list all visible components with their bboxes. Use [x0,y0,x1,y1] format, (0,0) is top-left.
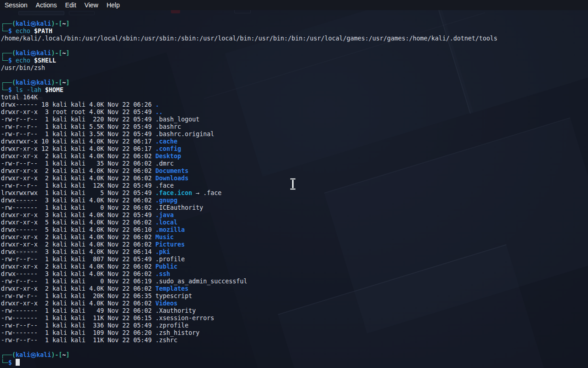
prompt-line: ┌──(kali㉿kali)-[~] [1,351,498,359]
ls-listing: drwx------ 18 kali kali 4.0K Nov 22 06:2… [1,101,498,344]
ls-row: drwx------ 5 kali kali 4.0K Nov 22 06:10… [1,226,498,234]
ls-row: -rw-r--r-- 1 kali kali 12K Nov 22 05:49 … [1,182,498,190]
ls-row: drwxr-xr-x 2 kali kali 4.0K Nov 22 06:02… [1,234,498,241]
ls-row: -rw-r--r-- 1 kali kali 11K Nov 22 05:49 … [1,337,498,344]
blank-line [1,344,498,351]
ibeam-stem [292,179,294,189]
menu-bar: SessionActionsEditViewHelp [0,0,588,10]
prompt-line: ┌──(kali㉿kali)-[~] [1,79,498,86]
terminal-output[interactable]: ┌──(kali㉿kali)-[~] └─$ echo $PATH /home/… [1,20,498,366]
ls-row: -rw------- 1 kali kali 109 Nov 22 06:20 … [1,329,498,337]
terminal-cursor [16,359,20,366]
ls-row: drwxr-xr-x 2 kali kali 4.0K Nov 22 06:02… [1,241,498,248]
ls-row: drwx------ 3 kali kali 4.0K Nov 22 06:02… [1,270,498,278]
menu-item[interactable]: Session [1,0,31,10]
ls-row: drwxr-xr-x 2 kali kali 4.0K Nov 22 06:02… [1,175,498,182]
menu-item[interactable]: Help [103,0,124,10]
ibeam-bottom [290,188,296,190]
ls-row: drwxrwxr-x 10 kali kali 4.0K Nov 22 06:1… [1,138,498,145]
command-line: └─$ echo $PATH [1,28,498,35]
output-line-total: total 164K [1,94,498,101]
ls-row: drwxr-xr-x 12 kali kali 4.0K Nov 22 06:1… [1,145,498,153]
ls-row: lrwxrwxrwx 1 kali kali 5 Nov 22 05:49 .f… [1,190,498,197]
ls-row: drwx------ 18 kali kali 4.0K Nov 22 06:2… [1,101,498,109]
ls-row: -rw-r--r-- 1 kali kali 807 Nov 22 05:49 … [1,256,498,263]
ls-row: -rw------- 1 kali kali 49 Nov 22 06:02 .… [1,307,498,315]
ls-row: -rw-r--r-- 1 kali kali 336 Nov 22 05:49 … [1,322,498,329]
ls-row: drwxr-xr-x 3 kali kali 4.0K Nov 22 05:49… [1,212,498,219]
ls-row: -rw-r--r-- 1 kali kali 220 Nov 22 05:49 … [1,116,498,123]
ls-row: drwx------ 3 kali kali 4.0K Nov 22 06:02… [1,197,498,204]
output-line-shell: /usr/bin/zsh [1,64,498,72]
ls-row: -rw-r--r-- 1 kali kali 3.5K Nov 22 05:49… [1,131,498,138]
ls-row: -rw-rw-r-- 1 kali kali 20K Nov 22 06:35 … [1,293,498,300]
command-line: └─$ ls -lah $HOME [1,86,498,94]
menu-item[interactable]: View [81,0,102,10]
mouse-ibeam-cursor [290,178,296,190]
ls-row: drwxr-xr-x 2 kali kali 4.0K Nov 22 06:02… [1,300,498,307]
menu-item[interactable]: Edit [62,0,80,10]
ls-row: -rw------- 1 kali kali 0 Nov 22 06:02 .I… [1,204,498,212]
ls-row: drwx------ 3 kali kali 4.0K Nov 22 06:14… [1,248,498,256]
ls-row: -rw-r--r-- 1 kali kali 35 Nov 22 06:02 .… [1,160,498,167]
ls-row: drwxr-xr-x 2 kali kali 4.0K Nov 22 06:02… [1,263,498,270]
command-line: └─$ echo $SHELL [1,57,498,64]
prompt-line: ┌──(kali㉿kali)-[~] [1,20,498,28]
ls-row: drwxr-xr-x 3 root root 4.0K Nov 22 05:49… [1,109,498,116]
output-line-path: /home/kali/.local/bin:/usr/local/sbin:/u… [1,35,498,42]
input-line[interactable]: └─$ [1,359,498,366]
ls-row: -rw------- 1 kali kali 11K Nov 22 06:15 … [1,315,498,322]
ls-row: drwxr-xr-x 2 kali kali 4.0K Nov 22 06:02… [1,285,498,293]
ls-row: drwxr-xr-x 2 kali kali 4.0K Nov 22 06:02… [1,167,498,175]
blank-line [1,42,498,50]
menu-item[interactable]: Actions [32,0,61,10]
blank-line [1,72,498,79]
ls-row: -rw-r--r-- 1 kali kali 5.5K Nov 22 05:49… [1,123,498,131]
ls-row: -rw-r--r-- 1 kali kali 0 Nov 22 06:19 .s… [1,278,498,285]
prompt-line: ┌──(kali㉿kali)-[~] [1,50,498,57]
ls-row: drwxr-xr-x 2 kali kali 4.0K Nov 22 06:02… [1,153,498,160]
ls-row: drwxr-xr-x 5 kali kali 4.0K Nov 22 06:02… [1,219,498,226]
